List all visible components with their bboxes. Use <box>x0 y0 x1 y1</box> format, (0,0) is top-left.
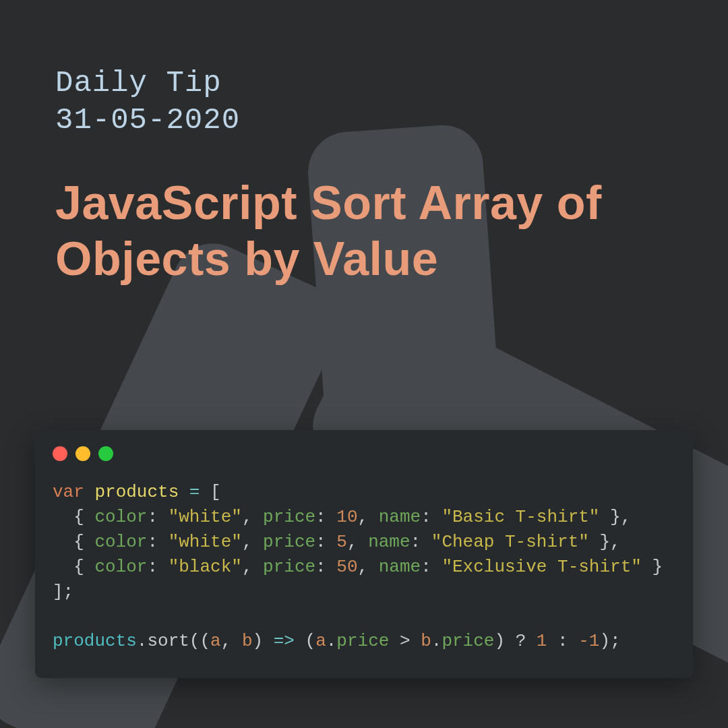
header-block: Daily Tip 31-05-2020 <box>55 65 673 139</box>
close-icon <box>53 446 67 461</box>
code-token: : <box>315 532 336 552</box>
code-token: color <box>94 507 147 527</box>
code-token: "Basic T-shirt" <box>442 507 599 527</box>
code-line: products.sort((a, b) => (a.price > b.pri… <box>53 631 621 651</box>
code-token: name <box>379 557 421 577</box>
code-token: , <box>221 631 242 651</box>
code-token: 10 <box>336 507 357 527</box>
code-token: name <box>368 532 410 552</box>
code-line: var products = [ <box>53 482 221 502</box>
code-token: -1 <box>578 631 599 651</box>
code-line: { color: "black", price: 50, name: "Excl… <box>53 557 663 577</box>
code-token: name <box>379 507 421 527</box>
code-token: : <box>411 532 431 552</box>
code-token <box>179 482 189 502</box>
maximize-icon <box>98 446 113 461</box>
code-token: products <box>94 482 179 502</box>
code-token: : <box>147 557 168 577</box>
code-token: ( <box>295 631 315 651</box>
code-token: => <box>274 631 295 651</box>
header-label: Daily Tip <box>55 65 673 102</box>
code-token: , <box>347 532 368 552</box>
page-title: JavaScript Sort Array of Objects by Valu… <box>55 175 673 286</box>
code-token: price <box>263 507 315 527</box>
code-token: price <box>263 532 315 552</box>
code-token: : <box>421 557 442 577</box>
code-block: var products = [ { color: "white", price… <box>53 480 675 654</box>
code-token: [ <box>200 482 220 502</box>
code-line: { color: "white", price: 5, name: "Cheap… <box>53 532 621 552</box>
code-token: "Cheap T-shirt" <box>431 532 589 552</box>
window-controls <box>53 446 675 461</box>
code-token: { <box>53 557 94 577</box>
code-token: ) ? <box>494 631 536 651</box>
code-token: : <box>315 557 336 577</box>
code-token: { <box>53 532 94 552</box>
code-token: products <box>53 631 137 651</box>
code-token: . <box>431 631 442 651</box>
code-token: ]; <box>53 582 73 602</box>
code-token: : <box>315 507 336 527</box>
code-token: , <box>242 507 263 527</box>
code-token: > <box>389 631 421 651</box>
code-line: ]; <box>53 582 73 602</box>
code-token: , <box>242 532 263 552</box>
code-token: "black" <box>169 557 242 577</box>
code-token: "white" <box>169 532 242 552</box>
code-line <box>53 607 63 627</box>
code-token: }, <box>589 532 621 552</box>
code-token: : <box>147 532 168 552</box>
code-token: var <box>53 482 84 502</box>
code-token: , <box>358 557 379 577</box>
code-token: 5 <box>336 532 347 552</box>
code-token: b <box>242 631 253 651</box>
code-token: .sort(( <box>137 631 210 651</box>
code-token <box>84 482 95 502</box>
code-token: , <box>242 557 263 577</box>
code-token: price <box>442 631 494 651</box>
code-token: color <box>94 532 147 552</box>
code-token: ); <box>599 631 620 651</box>
code-token: ) <box>252 631 273 651</box>
code-token: a <box>315 631 326 651</box>
code-token: } <box>642 557 663 577</box>
code-line: { color: "white", price: 10, name: "Basi… <box>53 507 631 527</box>
code-token: 50 <box>336 557 357 577</box>
code-token: , <box>358 507 379 527</box>
content-area: Daily Tip 31-05-2020 JavaScript Sort Arr… <box>0 0 728 286</box>
code-token: price <box>336 631 389 651</box>
code-token <box>53 607 63 627</box>
code-token: = <box>189 482 200 502</box>
minimize-icon <box>75 446 90 461</box>
header-date: 31-05-2020 <box>55 102 673 139</box>
code-token: }, <box>599 507 631 527</box>
code-token: a <box>210 631 221 651</box>
code-token: color <box>94 557 147 577</box>
code-token: : <box>421 507 442 527</box>
code-window: var products = [ { color: "white", price… <box>35 430 693 678</box>
code-token: b <box>421 631 431 651</box>
code-token: 1 <box>537 631 547 651</box>
code-token: "white" <box>169 507 242 527</box>
code-token: "Exclusive T-shirt" <box>442 557 641 577</box>
code-token: { <box>53 507 94 527</box>
code-token: : <box>547 631 578 651</box>
code-token: : <box>147 507 168 527</box>
code-token: price <box>263 557 315 577</box>
code-token: . <box>326 631 337 651</box>
